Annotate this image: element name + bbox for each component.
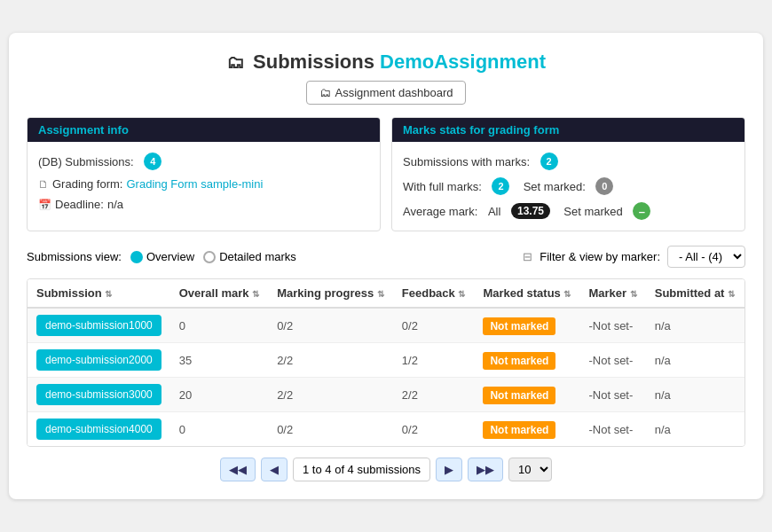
sort-status-icon[interactable]: ⇅ <box>563 289 571 299</box>
cell-overall-mark-0: 0 <box>170 308 268 343</box>
detailed-radio-label[interactable]: Detailed marks <box>203 250 296 263</box>
cell-marker-1: -Not set- <box>579 343 645 378</box>
cell-marked-status-1: Not marked <box>474 343 579 378</box>
assignment-info-card: Assignment info (DB) Submissions: 4 🗋 Gr… <box>27 117 381 231</box>
calendar-icon: 📅 <box>38 199 51 211</box>
submissions-label: (DB) Submissions: <box>38 155 134 168</box>
last-page-button[interactable]: ▶▶ <box>468 458 503 481</box>
col-overall-mark: Overall mark ⇅ <box>170 279 268 308</box>
prev-page-button[interactable]: ◀ <box>261 458 288 481</box>
first-page-button[interactable]: ◀◀ <box>220 458 256 481</box>
grading-form-link[interactable]: Grading Form sample-mini <box>126 177 263 191</box>
view-left-controls: Submissions view: Overview Detailed mark… <box>27 250 296 263</box>
dashboard-icon: 🗂 <box>319 86 331 99</box>
sort-feedback-icon[interactable]: ⇅ <box>458 289 465 299</box>
average-mark-label: Average mark: <box>403 205 477 218</box>
cell-actions-3 <box>744 412 745 447</box>
marks-stats-body: Submissions with marks: 2 With full mark… <box>392 142 744 231</box>
submission-button-3[interactable]: demo-submission4000 <box>36 419 161 440</box>
cell-overall-mark-2: 20 <box>170 378 268 412</box>
info-section: Assignment info (DB) Submissions: 4 🗋 Gr… <box>27 117 745 231</box>
cell-actions-2 <box>744 378 745 412</box>
grading-form-row: 🗋 Grading form: Grading Form sample-mini <box>38 174 369 194</box>
deadline-value: n/a <box>107 198 123 211</box>
sort-submission-icon[interactable]: ⇅ <box>105 289 112 299</box>
pagination-text: 1 to 4 of 4 submissions <box>293 458 430 481</box>
cell-feedback-2: 2/2 <box>393 378 475 412</box>
col-marking-progress: Marking progress ⇅ <box>268 279 393 308</box>
submissions-count-row: (DB) Submissions: 4 <box>38 149 369 174</box>
full-marks-label: With full marks: <box>403 180 482 193</box>
deadline-row: 📅 Deadline: n/a <box>38 194 369 215</box>
filter-label: Filter & view by marker: <box>540 250 660 263</box>
cell-marked-status-0: Not marked <box>474 308 579 343</box>
submission-button-1[interactable]: demo-submission2000 <box>36 349 161 371</box>
submissions-table-container: Submission ⇅ Overall mark ⇅ Marking prog… <box>27 278 745 447</box>
sort-marker-icon[interactable]: ⇅ <box>630 289 637 299</box>
cell-submitted-at-1: n/a <box>646 343 744 378</box>
submissions-with-marks-label: Submissions with marks: <box>403 155 530 168</box>
sort-submitted-icon[interactable]: ⇅ <box>728 289 735 299</box>
submissions-with-marks-badge: 2 <box>540 153 558 170</box>
cell-submission-3: demo-submission4000 <box>28 412 170 447</box>
submission-button-2[interactable]: demo-submission3000 <box>36 384 161 405</box>
average-mark-value: 13.75 <box>511 203 550 219</box>
submission-button-0[interactable]: demo-submission1000 <box>36 315 161 336</box>
cell-submitted-at-0: n/a <box>646 308 744 343</box>
deadline-label: Deadline: <box>55 198 104 211</box>
assignment-info-body: (DB) Submissions: 4 🗋 Grading form: Grad… <box>28 142 380 222</box>
full-marks-badge: 2 <box>492 177 509 195</box>
cell-submission-1: demo-submission2000 <box>28 343 170 378</box>
sort-progress-icon[interactable]: ⇅ <box>377 289 384 299</box>
cell-marker-0: -Not set- <box>579 308 645 343</box>
overview-radio-icon <box>130 251 143 263</box>
detailed-label: Detailed marks <box>219 250 296 263</box>
cell-marker-3: -Not set- <box>579 412 645 447</box>
submissions-table: Submission ⇅ Overall mark ⇅ Marking prog… <box>28 279 745 446</box>
submissions-badge: 4 <box>144 153 161 170</box>
grading-form-label: Grading form: <box>52 177 122 191</box>
col-feedback: Feedback ⇅ <box>393 279 475 308</box>
set-marked-label: Set marked: <box>524 180 586 193</box>
cell-feedback-3: 0/2 <box>393 412 475 447</box>
cell-feedback-0: 0/2 <box>393 308 475 343</box>
cell-submission-2: demo-submission3000 <box>28 378 170 412</box>
next-page-button[interactable]: ▶ <box>436 458 462 481</box>
per-page-select[interactable]: 10 25 50 <box>508 458 552 481</box>
average-mark-row: Average mark: All 13.75 Set marked – <box>403 199 734 223</box>
table-row: demo-submission2000 35 2/2 1/2 Not marke… <box>28 343 745 378</box>
cell-actions-1 <box>744 343 745 378</box>
not-marked-badge-3: Not marked <box>483 421 555 439</box>
cell-submitted-at-2: n/a <box>646 378 744 412</box>
table-row: demo-submission3000 20 2/2 2/2 Not marke… <box>28 378 745 412</box>
page-title: 🗂 Submissions DemoAssignment <box>27 51 745 74</box>
cell-marking-progress-0: 0/2 <box>268 308 393 343</box>
not-marked-badge-0: Not marked <box>483 317 555 335</box>
view-controls: Submissions view: Overview Detailed mark… <box>27 246 745 268</box>
pagination-row: ◀◀ ◀ 1 to 4 of 4 submissions ▶ ▶▶ 10 25 … <box>27 458 745 481</box>
title-prefix: Submissions <box>253 51 374 73</box>
cell-overall-mark-3: 0 <box>170 412 268 447</box>
set-marked-avg-label: Set marked <box>563 205 622 218</box>
overview-radio-label[interactable]: Overview <box>130 250 194 263</box>
cell-marking-progress-1: 2/2 <box>268 343 393 378</box>
col-submitted-at: Submitted at ⇅ <box>646 279 744 308</box>
cell-submitted-at-3: n/a <box>646 412 744 447</box>
not-marked-badge-2: Not marked <box>483 387 555 404</box>
marks-stats-header: Marks stats for grading form <box>392 118 744 142</box>
title-icon: 🗂 <box>226 52 244 72</box>
table-row: demo-submission4000 0 0/2 0/2 Not marked… <box>28 412 745 447</box>
cell-marked-status-3: Not marked <box>474 412 579 447</box>
table-row: demo-submission1000 0 0/2 0/2 Not marked… <box>28 308 745 343</box>
col-marker: Marker ⇅ <box>579 279 645 308</box>
cell-overall-mark-1: 35 <box>170 343 268 378</box>
cell-marker-2: -Not set- <box>579 378 645 412</box>
submissions-with-marks-row: Submissions with marks: 2 <box>403 149 734 174</box>
assignment-dashboard-button[interactable]: 🗂 Assignment dashboard <box>306 81 467 105</box>
filter-icon: ⊟ <box>523 250 532 263</box>
sort-overall-icon[interactable]: ⇅ <box>252 289 259 299</box>
marker-filter-select[interactable]: - All - (4) <box>667 246 745 268</box>
set-marked-badge: 0 <box>595 177 613 195</box>
view-label: Submissions view: <box>27 250 122 263</box>
cell-feedback-1: 1/2 <box>393 343 475 378</box>
